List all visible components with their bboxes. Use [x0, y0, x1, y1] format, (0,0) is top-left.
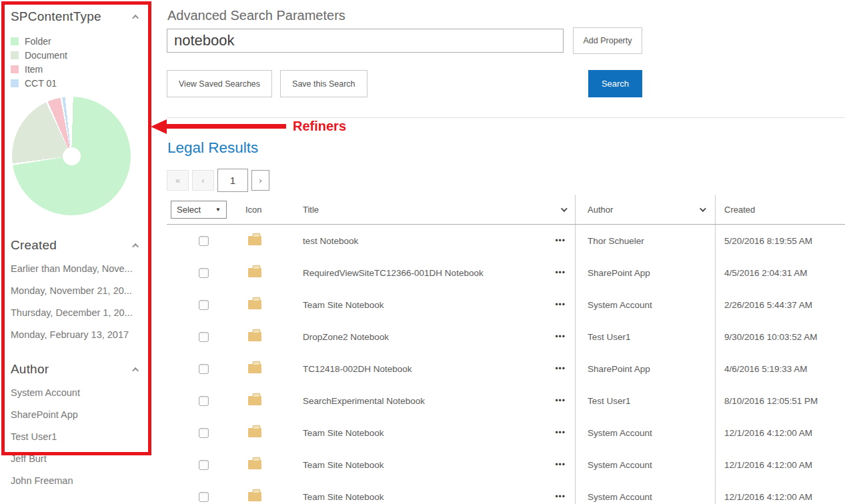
row-title[interactable]: test Notebook: [303, 236, 358, 246]
row-title-cell: Team Site Notebook •••: [297, 449, 575, 481]
pie-donut-hole: [63, 147, 81, 165]
row-author: System Account: [575, 481, 715, 504]
select-dropdown[interactable]: Select ▼: [171, 201, 227, 219]
row-created: 12/1/2016 4:12:00 AM: [715, 449, 845, 481]
content-type-legend: Folder Document Item CCT 01: [11, 34, 156, 90]
row-menu-ellipsis-icon[interactable]: •••: [555, 396, 566, 405]
view-saved-searches-button[interactable]: View Saved Searches: [167, 70, 272, 97]
folder-icon: [248, 428, 261, 437]
search-query-input[interactable]: [167, 29, 564, 53]
row-author: Test User1: [575, 385, 715, 417]
row-checkbox[interactable]: [199, 332, 209, 342]
title-column-chevron-down-icon[interactable]: [561, 205, 568, 212]
add-property-button[interactable]: Add Property: [573, 27, 642, 54]
row-checkbox[interactable]: [199, 428, 209, 438]
row-author: SharePoint App: [575, 257, 715, 289]
column-header-title: Title: [303, 205, 319, 215]
pagination-first-button[interactable]: «: [167, 170, 189, 191]
results-heading: Legal Results: [167, 139, 845, 157]
collapse-chevron-up-icon[interactable]: [132, 367, 139, 373]
column-header-icon: Icon: [240, 195, 297, 224]
search-button[interactable]: Search: [588, 70, 642, 97]
author-column-chevron-down-icon[interactable]: [700, 205, 706, 212]
column-header-author-cell: Author: [575, 195, 715, 224]
row-title[interactable]: Team Site Notebook: [303, 428, 384, 438]
legend-item-folder[interactable]: Folder: [11, 34, 156, 48]
row-author: System Account: [575, 289, 715, 321]
legend-swatch: [11, 79, 19, 87]
legend-swatch: [11, 65, 19, 73]
created-refiner-item[interactable]: Thursday, December 1, 20...: [11, 302, 156, 324]
created-refiner-item[interactable]: Monday, November 21, 20...: [11, 280, 156, 302]
legend-item-item[interactable]: Item: [11, 62, 156, 76]
author-refiner-item[interactable]: John Freeman: [11, 470, 156, 492]
row-title-cell: Team Site Notebook •••: [297, 289, 575, 321]
legend-item-document[interactable]: Document: [11, 48, 156, 62]
row-checkbox[interactable]: [199, 396, 209, 406]
search-row: Add Property: [167, 27, 642, 54]
row-title-cell: test Notebook •••: [297, 225, 575, 257]
row-checkbox[interactable]: [199, 268, 209, 278]
row-checkbox[interactable]: [199, 300, 209, 310]
row-menu-ellipsis-icon[interactable]: •••: [555, 428, 566, 437]
refiner-created: Created Earlier than Monday, Nove... Mon…: [11, 238, 156, 346]
row-select-cell: [167, 385, 240, 417]
created-refiner-list: Earlier than Monday, Nove... Monday, Nov…: [11, 258, 156, 346]
row-title[interactable]: Team Site Notebook: [303, 460, 384, 470]
row-created: 12/1/2016 4:12:00 AM: [715, 417, 845, 449]
row-checkbox[interactable]: [199, 492, 209, 502]
row-menu-ellipsis-icon[interactable]: •••: [555, 492, 566, 501]
row-checkbox[interactable]: [199, 460, 209, 470]
row-select-cell: [167, 353, 240, 385]
header-select-cell: Select ▼: [167, 195, 240, 224]
row-title[interactable]: Team Site Notebook: [303, 492, 384, 502]
row-created: 12/1/2016 4:12:00 AM: [715, 481, 845, 504]
row-title[interactable]: DropZone2 Notebook: [303, 332, 389, 342]
folder-icon: [248, 364, 261, 373]
row-author: System Account: [575, 449, 715, 481]
created-refiner-item[interactable]: Earlier than Monday, Nove...: [11, 258, 156, 280]
row-menu-ellipsis-icon[interactable]: •••: [555, 236, 566, 245]
row-title[interactable]: RequiredViewSiteTC12366-001DH Notebook: [303, 268, 484, 278]
table-row: Team Site Notebook ••• System Account 12…: [167, 481, 845, 504]
folder-icon: [248, 268, 261, 277]
row-checkbox[interactable]: [199, 364, 209, 374]
main-content: Advanced Search Parameters Add Property …: [167, 0, 845, 504]
collapse-chevron-up-icon[interactable]: [132, 243, 139, 249]
author-refiner-item[interactable]: System Account: [11, 382, 156, 404]
row-menu-ellipsis-icon[interactable]: •••: [555, 332, 566, 341]
section-divider: [167, 117, 845, 118]
legend-item-cct01[interactable]: CCT 01: [11, 76, 156, 90]
content-type-pie-chart[interactable]: [12, 97, 131, 215]
row-icon-cell: [240, 385, 297, 417]
row-menu-ellipsis-icon[interactable]: •••: [555, 460, 566, 469]
row-title[interactable]: Team Site Notebook: [303, 300, 384, 310]
legend-swatch: [11, 37, 19, 45]
row-checkbox[interactable]: [199, 236, 209, 246]
row-created: 9/30/2016 10:03:52 AM: [715, 321, 845, 353]
row-menu-ellipsis-icon[interactable]: •••: [555, 268, 566, 277]
author-refiner-item[interactable]: SharePoint App: [11, 404, 156, 426]
folder-icon: [248, 396, 261, 405]
row-icon-cell: [240, 417, 297, 449]
row-created: 8/10/2016 12:05:51 PM: [715, 385, 845, 417]
save-this-search-button[interactable]: Save this Search: [280, 70, 367, 97]
author-refiner-item[interactable]: Test User1: [11, 426, 156, 448]
pagination-current-page[interactable]: 1: [217, 169, 248, 192]
pagination-prev-button[interactable]: ‹: [192, 170, 214, 191]
column-header-title-cell: Title: [297, 195, 575, 224]
row-menu-ellipsis-icon[interactable]: •••: [555, 300, 566, 309]
refiner-title-created: Created: [11, 238, 57, 253]
row-title-cell: TC12418-002DH Notebook •••: [297, 353, 575, 385]
legend-label: Folder: [25, 36, 51, 47]
legend-label: CCT 01: [25, 78, 57, 89]
row-title[interactable]: SearchExperimental Notebook: [303, 396, 425, 406]
row-title[interactable]: TC12418-002DH Notebook: [303, 364, 412, 374]
pagination-next-button[interactable]: ›: [251, 170, 269, 191]
collapse-chevron-up-icon[interactable]: [132, 14, 139, 21]
created-refiner-item[interactable]: Monday, February 13, 2017: [11, 324, 156, 346]
row-menu-ellipsis-icon[interactable]: •••: [555, 364, 566, 373]
row-icon-cell: [240, 481, 297, 504]
author-refiner-item[interactable]: Jeff Burt: [11, 448, 156, 470]
table-row: DropZone2 Notebook ••• Test User1 9/30/2…: [167, 321, 845, 353]
